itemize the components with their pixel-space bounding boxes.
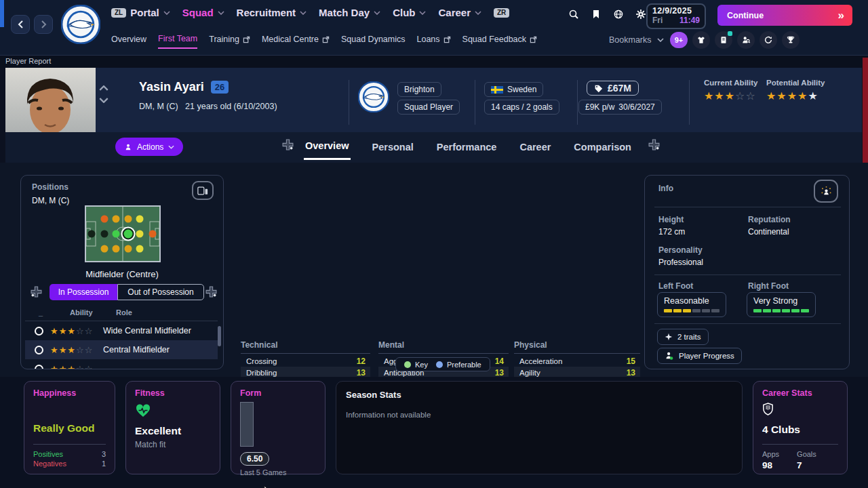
divider <box>654 323 841 324</box>
career-stats-title: Career Stats <box>762 388 838 398</box>
history-back-button[interactable] <box>11 15 30 34</box>
squad-status-badge[interactable]: Squad Player <box>397 100 460 115</box>
player-comparison-button[interactable] <box>814 180 838 203</box>
traits-button[interactable]: 2 traits <box>657 329 709 345</box>
roles-scrollbar[interactable] <box>218 326 221 346</box>
season-stats-card[interactable]: Season Stats Information not available <box>336 381 743 474</box>
tab-overview[interactable]: Overview <box>304 136 351 160</box>
tab-comparison[interactable]: Comparison <box>572 138 633 159</box>
clubs-count: 4 Clubs <box>762 424 838 436</box>
reputation-field: Reputation Continental <box>748 215 791 237</box>
subnav-first-team[interactable]: First Team <box>158 34 197 49</box>
tab-personal[interactable]: Personal <box>371 138 415 159</box>
roles-sort-column[interactable]: _ <box>39 308 43 317</box>
divider <box>689 80 690 125</box>
club-link[interactable]: Brighton <box>397 82 441 97</box>
inbox-notification-badge[interactable]: 9+ <box>670 32 688 48</box>
menu-squad[interactable]: Squad <box>182 7 224 18</box>
legend-key: Key <box>404 361 428 369</box>
attribute-row-crossing[interactable]: Crossing12 <box>241 355 370 367</box>
position-dot <box>101 245 108 253</box>
bookmarks-dropdown[interactable]: Bookmarks <box>609 35 664 45</box>
fitness-title: Fitness <box>135 388 211 398</box>
left-edge-accent <box>0 0 4 27</box>
actions-button[interactable]: Actions <box>115 138 183 156</box>
empty-star-icon: ☆ <box>85 326 93 336</box>
top-bar: ZLPortalSquadRecruitmentMatch DayClubCar… <box>0 0 868 56</box>
continue-button[interactable]: Continue » <box>717 5 852 26</box>
club-crest-brighton[interactable] <box>358 81 389 113</box>
subnav-training[interactable]: Training <box>209 35 250 48</box>
shield-icon <box>762 403 774 415</box>
globe-button[interactable] <box>613 9 624 22</box>
in-possession-toggle[interactable]: In Possession <box>50 284 117 300</box>
settings-button[interactable] <box>635 9 646 22</box>
history-forward-button[interactable] <box>34 15 53 34</box>
chevron-up-icon[interactable] <box>99 85 108 91</box>
role-row[interactable]: ★★★☆☆Central Midfielder <box>25 340 218 359</box>
scout-search-icon <box>741 35 751 45</box>
chevron-down-icon <box>168 145 174 149</box>
shirt-button[interactable] <box>692 31 710 49</box>
gold-star-icon: ★ <box>50 345 58 355</box>
gold-star-icon: ★ <box>59 364 67 369</box>
section-header-technical: Technical <box>241 340 370 354</box>
nationality-badge[interactable]: Sweden <box>484 82 543 97</box>
divider <box>654 207 841 207</box>
foot-strength-bar <box>763 309 771 312</box>
game-date-widget[interactable]: 12/9/2025 Fri 11:49 <box>646 3 706 29</box>
bookmark-icon <box>591 9 601 20</box>
gold-star-icon: ★ <box>797 91 807 102</box>
gold-star-icon: ★ <box>725 91 734 102</box>
fitness-card[interactable]: Fitness Excellent Match fit <box>125 381 220 474</box>
role-radio-icon[interactable] <box>35 346 43 354</box>
menu-portal[interactable]: ZLPortal <box>111 7 170 18</box>
form-card[interactable]: Form 6.50 Last 5 Games <box>231 381 326 474</box>
report-button[interactable] <box>715 31 732 49</box>
contract-details: £9K p/w30/6/2027 <box>578 100 662 115</box>
info-panel: Info Height 172 cm Reputation Continenta… <box>644 175 850 369</box>
club-crest-brighton[interactable] <box>61 5 100 44</box>
trophy-button[interactable] <box>782 31 800 49</box>
dpad-left-icon <box>31 286 42 298</box>
external-icon <box>243 36 250 43</box>
position-analyser-button[interactable] <box>192 181 214 200</box>
sync-button[interactable] <box>760 31 777 49</box>
subnav-squad-feedback[interactable]: Squad Feedback <box>462 35 538 48</box>
career-stats-card[interactable]: Career Stats 4 Clubs Apps 98 Goals 7 <box>753 381 848 474</box>
menu-match-day[interactable]: Match Day <box>319 7 380 18</box>
transfer-value[interactable]: £67M <box>587 81 639 96</box>
personality-field: Personality Professional <box>658 245 703 267</box>
tab-performance[interactable]: Performance <box>435 138 498 159</box>
happiness-value: Really Good <box>33 422 106 434</box>
gold-star-icon: ★ <box>776 91 786 102</box>
search-button[interactable] <box>568 9 579 22</box>
attribute-row-acceleration[interactable]: Acceleration15 <box>514 355 640 367</box>
menu-club[interactable]: Club <box>393 7 426 18</box>
chevron-down-icon[interactable] <box>99 98 108 103</box>
role-row[interactable]: ★★★☆☆Wide Central Midfielder <box>25 321 218 340</box>
negatives-row: Negatives 1 <box>33 460 106 468</box>
player-progress-icon <box>665 351 674 361</box>
roles-ability-column[interactable]: Ability <box>70 308 93 317</box>
scout-search-button[interactable] <box>737 31 755 49</box>
notification-dot <box>728 31 732 36</box>
foot-strength-bar <box>801 309 809 312</box>
foot-strength-bar <box>711 309 719 312</box>
player-progress-button[interactable]: Player Progress <box>657 348 742 364</box>
menu-recruitment[interactable]: Recruitment <box>237 7 307 18</box>
subnav-squad-dynamics[interactable]: Squad Dynamics <box>341 35 406 48</box>
subnav-loans[interactable]: Loans <box>417 35 451 48</box>
bookmark-button[interactable] <box>591 9 601 22</box>
roles-role-column[interactable]: Role <box>116 308 132 317</box>
role-radio-icon[interactable] <box>35 327 43 336</box>
subnav-overview[interactable]: Overview <box>111 35 146 48</box>
out-of-possession-toggle[interactable]: Out of Possession <box>117 284 204 300</box>
subnav-medical-centre[interactable]: Medical Centre <box>262 35 330 48</box>
season-stats-title: Season Stats <box>346 390 732 400</box>
tab-career[interactable]: Career <box>518 138 552 159</box>
position-pitch-map[interactable] <box>85 205 161 262</box>
menu-career[interactable]: Career <box>438 7 481 18</box>
happiness-card[interactable]: Happiness Really Good Positives 3 Negati… <box>24 381 115 474</box>
sparkle-icon <box>665 333 673 341</box>
